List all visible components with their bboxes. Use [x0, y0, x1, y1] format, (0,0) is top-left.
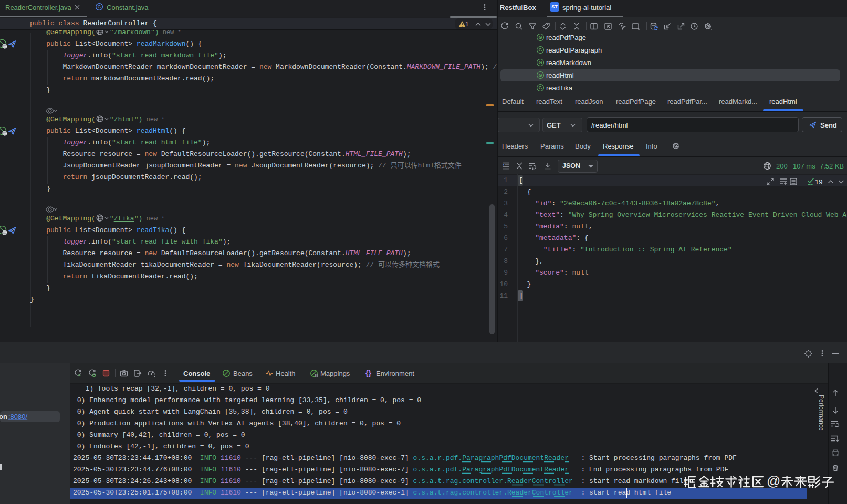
svg-text:G: G — [538, 85, 542, 90]
svg-text:C: C — [98, 4, 101, 9]
svg-text:G: G — [538, 47, 542, 52]
svg-text:G: G — [538, 72, 542, 78]
svg-text:G: G — [538, 35, 542, 40]
svg-text:@: @ — [767, 473, 780, 489]
svg-text:G: G — [538, 60, 542, 65]
